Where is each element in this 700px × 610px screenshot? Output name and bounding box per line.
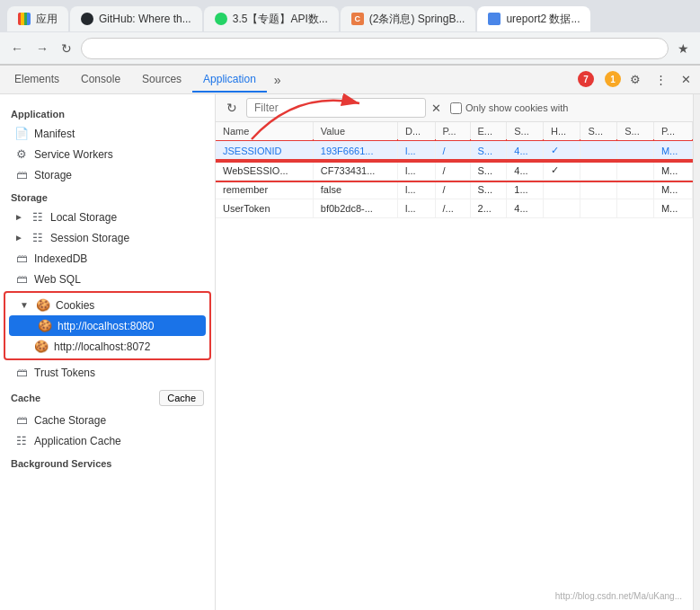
cache-storage-icon: 🗃 bbox=[14, 413, 29, 427]
reload-button[interactable]: ↻ bbox=[58, 40, 75, 57]
application-cache-icon: ☷ bbox=[14, 434, 29, 447]
tab-elements[interactable]: Elements bbox=[4, 67, 70, 93]
more-tabs-icon[interactable]: » bbox=[267, 67, 288, 93]
filter-input[interactable] bbox=[246, 98, 426, 118]
table-header-row: Name Value D... P... E... S... H... S...… bbox=[216, 122, 693, 141]
back-button[interactable]: ← bbox=[7, 40, 27, 57]
more-options-button[interactable]: ⋮ bbox=[650, 71, 672, 88]
cache-button[interactable]: Cache bbox=[159, 390, 204, 406]
tab-label-github: GitHub: Where th... bbox=[99, 13, 191, 25]
cookie-host1-label: http://localhost:8080 bbox=[58, 320, 154, 332]
tab-favicon-ureport bbox=[488, 13, 501, 25]
tab-console[interactable]: Console bbox=[70, 67, 131, 93]
row3-p: / bbox=[435, 181, 470, 199]
tab-application[interactable]: Application bbox=[192, 67, 267, 93]
sidebar-cookies[interactable]: ▼ 🍪 Cookies bbox=[5, 295, 209, 315]
row4-e: 2... bbox=[470, 199, 507, 218]
collapse-local-storage-icon: ► bbox=[14, 212, 25, 222]
row4-s3 bbox=[617, 199, 654, 218]
table-row[interactable]: WebSESSIO... CF733431... l... / S... 4..… bbox=[216, 161, 693, 181]
sidebar: Application 📄 Manifest ⚙ Service Workers… bbox=[0, 94, 216, 610]
only-show-cookies-checkbox[interactable] bbox=[450, 102, 462, 114]
manifest-label: Manifest bbox=[34, 128, 75, 140]
cookies-icon: 🍪 bbox=[36, 298, 50, 312]
cookies-label: Cookies bbox=[56, 299, 94, 312]
tab-github[interactable]: GitHub: Where th... bbox=[70, 6, 202, 31]
scrollbar[interactable] bbox=[693, 94, 700, 610]
devtools-panel: Elements Console Sources Application » 7… bbox=[0, 65, 700, 610]
row3-s3 bbox=[617, 181, 654, 199]
col-d: D... bbox=[398, 122, 435, 141]
table-row[interactable]: JSESSIONID 193F6661... l... / S... 4... … bbox=[216, 141, 693, 161]
refresh-cookies-button[interactable]: ↻ bbox=[223, 99, 241, 117]
tab-label-spring: (2条消息) SpringB... bbox=[369, 12, 465, 27]
row1-d: l... bbox=[398, 141, 435, 161]
cookies-section-container: ▼ 🍪 Cookies 🍪 http://localhost:8080 🍪 ht… bbox=[4, 291, 211, 360]
service-workers-label: Service Workers bbox=[34, 148, 113, 161]
row1-s: 4... bbox=[507, 141, 544, 161]
tab-favicon-spring: C bbox=[351, 13, 364, 25]
close-devtools-button[interactable]: ✕ bbox=[676, 71, 696, 88]
sidebar-web-sql[interactable]: 🗃 Web SQL bbox=[0, 269, 215, 289]
forward-button[interactable]: → bbox=[32, 40, 52, 57]
tab-app[interactable]: 应用 bbox=[7, 6, 68, 31]
sidebar-manifest[interactable]: 📄 Manifest bbox=[0, 123, 215, 144]
devtools-tab-bar: Elements Console Sources Application » 7… bbox=[0, 66, 700, 94]
cookies-table-wrapper: Name Value D... P... E... S... H... S...… bbox=[216, 122, 693, 610]
tab-favicon-api bbox=[215, 13, 227, 25]
only-show-cookies-text: Only show cookies with bbox=[465, 102, 568, 113]
row4-value: bf0b2dc8-... bbox=[313, 199, 397, 218]
trust-tokens-icon: 🗃 bbox=[14, 366, 29, 379]
row2-d: l... bbox=[398, 161, 435, 181]
sidebar-trust-tokens[interactable]: 🗃 Trust Tokens bbox=[0, 362, 215, 383]
settings-button[interactable]: ⚙ bbox=[625, 71, 646, 88]
col-h: H... bbox=[544, 122, 580, 141]
address-input[interactable] bbox=[81, 38, 669, 59]
row2-s: 4... bbox=[507, 161, 544, 181]
row2-value: CF733431... bbox=[313, 161, 397, 181]
session-storage-icon: ☷ bbox=[31, 231, 45, 244]
row2-h: ✓ bbox=[544, 161, 580, 181]
clear-filter-button[interactable]: ✕ bbox=[431, 102, 441, 115]
tab-ureport[interactable]: ureport2 数据... bbox=[477, 6, 590, 31]
only-show-cookies-label[interactable]: Only show cookies with bbox=[450, 102, 568, 114]
trust-tokens-label: Trust Tokens bbox=[34, 367, 95, 379]
sidebar-session-storage[interactable]: ► ☷ Session Storage bbox=[0, 227, 215, 248]
sidebar-service-workers[interactable]: ⚙ Service Workers bbox=[0, 144, 215, 164]
tab-favicon-app bbox=[18, 13, 31, 25]
tab-api[interactable]: 3.5【专题】API数... bbox=[204, 6, 339, 31]
watermark: http://blog.csdn.net/Ma/uKang... bbox=[555, 591, 682, 601]
sidebar-application-cache[interactable]: ☷ Application Cache bbox=[0, 430, 215, 451]
storage-section-header: Storage bbox=[0, 185, 215, 207]
collapse-session-storage-icon: ► bbox=[14, 233, 25, 243]
cache-section-row: Cache Cache bbox=[0, 383, 215, 410]
collapse-cookies-icon: ▼ bbox=[20, 300, 31, 310]
warning-badge: 1 bbox=[605, 71, 621, 87]
sidebar-local-storage[interactable]: ► ☷ Local Storage bbox=[0, 207, 215, 227]
sidebar-indexed-db[interactable]: 🗃 IndexedDB bbox=[0, 248, 215, 269]
tab-sources[interactable]: Sources bbox=[131, 67, 192, 93]
indexed-db-icon: 🗃 bbox=[14, 252, 29, 265]
sidebar-cache-storage[interactable]: 🗃 Cache Storage bbox=[0, 410, 215, 430]
cache-storage-label: Cache Storage bbox=[34, 414, 106, 427]
col-s: S... bbox=[507, 122, 544, 141]
table-row[interactable]: UserToken bf0b2dc8-... l... /... 2... 4.… bbox=[216, 199, 693, 218]
table-row[interactable]: remember false l... / S... 1... M... bbox=[216, 181, 693, 199]
tab-spring[interactable]: C (2条消息) SpringB... bbox=[341, 6, 476, 31]
row4-s: 4... bbox=[507, 199, 544, 218]
row4-p2: M... bbox=[653, 199, 692, 218]
app-section-header: Application bbox=[0, 102, 215, 123]
sidebar-cookie-host1[interactable]: 🍪 http://localhost:8080 bbox=[9, 315, 206, 336]
cookies-table: Name Value D... P... E... S... H... S...… bbox=[216, 122, 693, 218]
row2-s2 bbox=[580, 161, 617, 181]
row4-p: /... bbox=[435, 199, 470, 218]
session-storage-label: Session Storage bbox=[50, 232, 129, 244]
tab-label-api: 3.5【专题】API数... bbox=[233, 12, 328, 27]
sidebar-storage[interactable]: 🗃 Storage bbox=[0, 164, 215, 185]
cookie-host1-icon: 🍪 bbox=[38, 319, 52, 332]
bookmark-button[interactable]: ★ bbox=[674, 40, 693, 57]
indexed-db-label: IndexedDB bbox=[34, 252, 87, 265]
web-sql-icon: 🗃 bbox=[14, 272, 29, 286]
sidebar-cookie-host2[interactable]: 🍪 http://localhost:8072 bbox=[5, 336, 209, 357]
col-s2: S... bbox=[580, 122, 617, 141]
